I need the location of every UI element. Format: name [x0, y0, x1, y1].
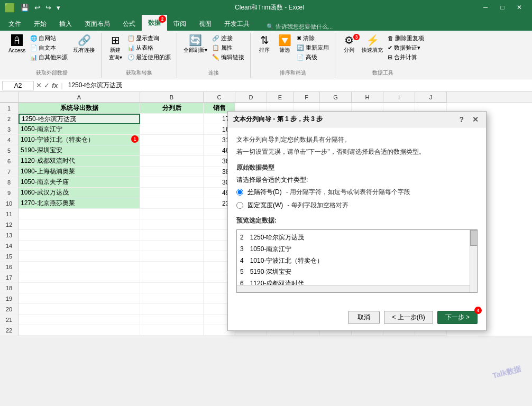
prev-button[interactable]: < 上一步(B) [384, 311, 433, 324]
flash-fill-button[interactable]: ⚡ 快速填充 [360, 34, 385, 55]
col-header-g[interactable]: G [320, 92, 352, 103]
row-num-3: 3 [0, 124, 19, 135]
cell-a5[interactable]: 5190-深圳宝安 [19, 145, 140, 156]
tab-developer[interactable]: 开发工具 [218, 17, 256, 31]
from-table-button[interactable]: 📊 从表格 [126, 43, 172, 52]
cell-b2[interactable] [140, 114, 204, 124]
recent-sources-button[interactable]: 🕐 最近使用的源 [126, 53, 172, 62]
sort-sub: ✖ 清除 🔄 重新应用 📄 高级 [295, 34, 331, 69]
col-header-i[interactable]: I [383, 92, 415, 103]
cell-b1[interactable]: 分列后 [140, 103, 204, 114]
connections-button[interactable]: 🔗 连接 [210, 34, 246, 43]
consolidate-button[interactable]: ⊞ 合并计算 [386, 53, 426, 62]
minimize-button[interactable]: ─ [477, 0, 494, 15]
maximize-button[interactable]: □ [494, 0, 511, 15]
cell-a8[interactable]: 1050-南京夫子庙 [19, 177, 140, 188]
formula-input[interactable] [66, 82, 530, 89]
clear-button[interactable]: ✖ 清除 [295, 34, 331, 43]
col-header-b[interactable]: B [140, 92, 204, 103]
cancel-button[interactable]: 取消 [348, 311, 380, 324]
tab-home[interactable]: 开始 [27, 17, 53, 31]
tab-data[interactable]: 数据 2 [142, 15, 167, 31]
ribbon-group-datatool: ⚙ 分列 3 ⚡ 快速填充 🗑 删除重复项 ✔ 数据验证▾ ⊞ 合并计算 数据工… [335, 33, 430, 78]
preview-area[interactable]: 2 1250-哈尔滨万达茂 3 1050-南京江宁 4 1010-宁波江北（特卖… [236, 229, 478, 293]
show-query-button[interactable]: 📋 显示查询 [126, 34, 172, 43]
tab-file[interactable]: 文件 [2, 17, 27, 31]
tab-formula[interactable]: 公式 [116, 17, 142, 31]
cell-a10[interactable]: 1270-北京燕莎奥莱 [19, 198, 140, 209]
cancel-formula-icon[interactable]: ✕ [36, 81, 42, 89]
cell-a4[interactable]: 1010-宁波江北（特卖仓） 1 [19, 135, 140, 145]
access-button[interactable]: 🅰 Access [6, 34, 27, 54]
cell-a1[interactable]: 系统导出数据 [19, 103, 140, 114]
cell-b9[interactable] [140, 188, 204, 198]
radio-delimited[interactable] [236, 189, 243, 196]
row-num-11: 11 [0, 209, 19, 219]
tab-review[interactable]: 审阅 [167, 17, 192, 31]
sort-button[interactable]: ⇅ 排序 [255, 34, 274, 55]
cell-b6[interactable] [140, 156, 204, 167]
reapply-button[interactable]: 🔄 重新应用 [295, 43, 331, 52]
cell-a7[interactable]: 1090-上海杨浦奥莱 [19, 167, 140, 177]
advanced-button[interactable]: 📄 高级 [295, 53, 331, 62]
dialog-radio-group: 分隔符号(D) - 用分隔字符，如逗号或制表符分隔每个字段 固定宽度(W) - … [236, 188, 478, 210]
quick-access-toolbar: 🟩 💾 ↩ ↪ ▾ [4, 3, 62, 13]
cell-a2[interactable]: 1250-哈尔滨万达茂 [19, 114, 140, 124]
cell-reference[interactable] [2, 81, 34, 90]
web-button[interactable]: 🌐 自网站 [29, 34, 69, 43]
group-title-transform: 获取和转换 [126, 69, 152, 77]
cell-b10[interactable] [140, 198, 204, 209]
new-query-button[interactable]: ⊞ 新建查询▾ [106, 34, 125, 62]
refresh-label: 全部刷新▾ [184, 47, 207, 54]
dialog-close-button[interactable]: ✕ [470, 115, 481, 124]
col-header-j[interactable]: J [415, 92, 447, 103]
preview-hscrollbar[interactable] [237, 285, 470, 292]
search-placeholder[interactable]: 🔍 告诉我您想要做什么... [267, 23, 333, 31]
ribbon-tabs: 文件 开始 插入 页面布局 公式 数据 2 审阅 视图 开发工具 🔍 告诉我您想… [0, 15, 532, 31]
cell-a9[interactable]: 1060-武汉万达茂 [19, 188, 140, 198]
col-header-h[interactable]: H [352, 92, 383, 103]
customize-icon[interactable]: ▾ [55, 3, 62, 13]
confirm-formula-icon[interactable]: ✓ [44, 81, 50, 89]
radio-fixed[interactable] [236, 202, 243, 209]
col-header-f[interactable]: F [293, 92, 320, 103]
tab-insert[interactable]: 插入 [53, 17, 78, 31]
redo-icon[interactable]: ↪ [44, 3, 53, 13]
refresh-all-button[interactable]: 🔄 全部刷新▾ [181, 34, 209, 55]
split-column-button[interactable]: ⚙ 分列 3 [340, 34, 359, 55]
filter-button[interactable]: 🔽 筛选 [275, 34, 294, 55]
tab-layout[interactable]: 页面布局 [78, 17, 116, 31]
col-header-c[interactable]: C [204, 92, 235, 103]
cell-b7[interactable] [140, 167, 204, 177]
connection-label: 现有连接 [74, 47, 95, 54]
col-header-a[interactable]: A [19, 92, 140, 103]
text-button[interactable]: 📄 自文本 [29, 43, 69, 52]
dialog-preview-section: 预览选定数据: 2 1250-哈尔滨万达茂 3 1050-南京江宁 4 1010… [236, 216, 478, 293]
cell-b4[interactable] [140, 135, 204, 145]
cell-b8[interactable] [140, 177, 204, 188]
close-button[interactable]: ✕ [511, 0, 528, 15]
next-button[interactable]: 下一步 > [437, 311, 478, 324]
other-sources-button[interactable]: 📊 自其他来源 [29, 53, 69, 62]
connection-sub: 🔗 连接 📋 属性 ✏️ 编辑链接 [210, 34, 246, 69]
col-header-d[interactable]: D [235, 92, 267, 103]
remove-dup-button[interactable]: 🗑 删除重复项 [386, 34, 426, 43]
cell-b5[interactable] [140, 145, 204, 156]
undo-icon[interactable]: ↩ [33, 3, 42, 13]
dialog-help-button[interactable]: ? [457, 115, 466, 124]
tab-view[interactable]: 视图 [192, 17, 218, 31]
existing-connection-button[interactable]: 🔗 现有连接 [71, 34, 97, 55]
row-num-21: 21 [0, 315, 19, 325]
cell-a3[interactable]: 1050-南京江宁 [19, 124, 140, 135]
cell-a11[interactable] [19, 209, 140, 219]
cell-a6[interactable]: 1120-成都双流时代 [19, 156, 140, 167]
save-icon[interactable]: 💾 [19, 3, 31, 13]
next-button-badge: 4 [474, 307, 482, 314]
validate-button[interactable]: ✔ 数据验证▾ [386, 43, 426, 52]
insert-function-icon[interactable]: fx [52, 81, 58, 89]
edit-links-button[interactable]: ✏️ 编辑链接 [210, 53, 246, 62]
properties-button[interactable]: 📋 属性 [210, 43, 246, 52]
preview-scrollbar[interactable] [470, 230, 477, 292]
cell-b3[interactable] [140, 124, 204, 135]
col-header-e[interactable]: E [267, 92, 293, 103]
